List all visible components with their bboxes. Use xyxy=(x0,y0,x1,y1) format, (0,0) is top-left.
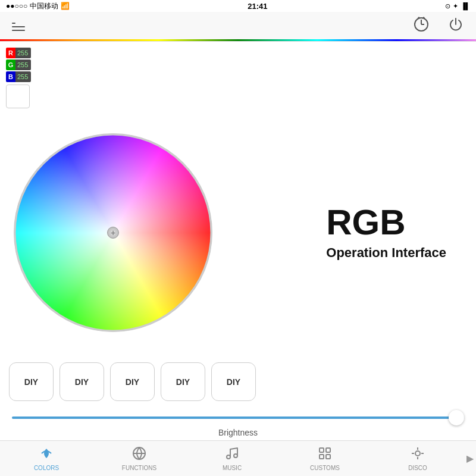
customs-icon xyxy=(318,446,332,463)
diy-button-1[interactable]: DIY xyxy=(9,362,54,401)
rgb-title: RGB xyxy=(326,205,446,240)
diy-button-5[interactable]: DIY xyxy=(211,362,256,401)
color-wheel-container[interactable]: + xyxy=(12,131,214,334)
carrier: 中国移动 xyxy=(30,1,58,11)
diy-button-4[interactable]: DIY xyxy=(161,362,205,401)
disco-label: DISCO xyxy=(408,465,427,471)
rgb-text-area: RGB Operation Interface xyxy=(326,205,464,261)
wifi-icon: 📶 xyxy=(61,2,70,10)
g-value: 255 xyxy=(15,60,31,70)
tab-functions[interactable]: FUNCTIONS xyxy=(93,441,186,476)
tab-colors[interactable]: COLORS xyxy=(0,441,93,476)
tab-bar: COLORS FUNCTIONS MUSIC xyxy=(0,440,476,476)
colors-label: COLORS xyxy=(34,465,59,471)
rainbow-bar xyxy=(0,39,476,41)
status-left: ●●○○○ 中国移动 📶 xyxy=(6,1,70,11)
brightness-track xyxy=(12,416,464,419)
bluetooth-icon: ✦ xyxy=(453,2,458,10)
lock-icon: ⊙ xyxy=(445,2,450,10)
wheel-center[interactable]: + xyxy=(107,227,119,239)
status-bar: ●●○○○ 中国移动 📶 21:41 ⊙ ✦ ▐▌ xyxy=(0,0,476,12)
music-icon xyxy=(225,446,239,463)
customs-label: CUSTOMS xyxy=(310,465,340,471)
disco-icon xyxy=(411,446,425,463)
svg-rect-9 xyxy=(320,455,324,459)
tab-arrow: ▶ xyxy=(464,453,476,464)
b-row: B 255 xyxy=(6,71,31,82)
svg-point-5 xyxy=(227,455,230,459)
status-right: ⊙ ✦ ▐▌ xyxy=(445,2,470,10)
nav-bar xyxy=(0,12,476,42)
svg-point-11 xyxy=(415,451,420,456)
rgb-area: R 255 G 255 B 255 xyxy=(0,42,476,108)
b-label: B xyxy=(6,71,15,82)
svg-rect-10 xyxy=(326,455,330,459)
r-value: 255 xyxy=(15,48,31,58)
r-row: R 255 xyxy=(6,48,31,58)
brightness-thumb[interactable] xyxy=(449,410,464,425)
rgb-subtitle: Operation Interface xyxy=(326,245,446,261)
tab-customs[interactable]: CUSTOMS xyxy=(278,441,371,476)
main-content: R 255 G 255 B 255 + RGB Operation Interf… xyxy=(0,42,476,440)
g-row: G 255 xyxy=(6,60,31,70)
diy-button-2[interactable]: DIY xyxy=(60,362,104,401)
svg-rect-7 xyxy=(320,448,324,452)
battery-icon: ▐▌ xyxy=(461,2,470,10)
menu-button[interactable] xyxy=(12,23,25,31)
functions-label: FUNCTIONS xyxy=(122,465,156,471)
brightness-label: Brightness xyxy=(12,428,464,437)
brightness-slider[interactable] xyxy=(12,409,464,427)
functions-icon xyxy=(132,446,146,463)
diy-button-3[interactable]: DIY xyxy=(110,362,155,401)
svg-point-6 xyxy=(234,454,237,458)
power-icon[interactable] xyxy=(447,16,464,37)
tab-disco[interactable]: DISCO xyxy=(371,441,464,476)
wheel-section: + RGB Operation Interface xyxy=(0,108,476,356)
r-label: R xyxy=(6,48,15,58)
signal-dots: ●●○○○ xyxy=(6,2,27,10)
diy-section: DIY DIY DIY DIY DIY xyxy=(0,356,476,404)
status-time: 21:41 xyxy=(248,2,267,11)
brightness-section: Brightness xyxy=(0,404,476,440)
b-value: 255 xyxy=(15,71,31,82)
rgb-labels: R 255 G 255 B 255 xyxy=(6,48,31,108)
clock-icon[interactable] xyxy=(413,16,430,37)
svg-rect-8 xyxy=(326,448,330,452)
color-preview xyxy=(6,84,30,108)
g-label: G xyxy=(6,60,15,70)
colors-icon xyxy=(39,446,54,463)
tab-music[interactable]: MUSIC xyxy=(186,441,278,476)
music-label: MUSIC xyxy=(223,465,242,471)
